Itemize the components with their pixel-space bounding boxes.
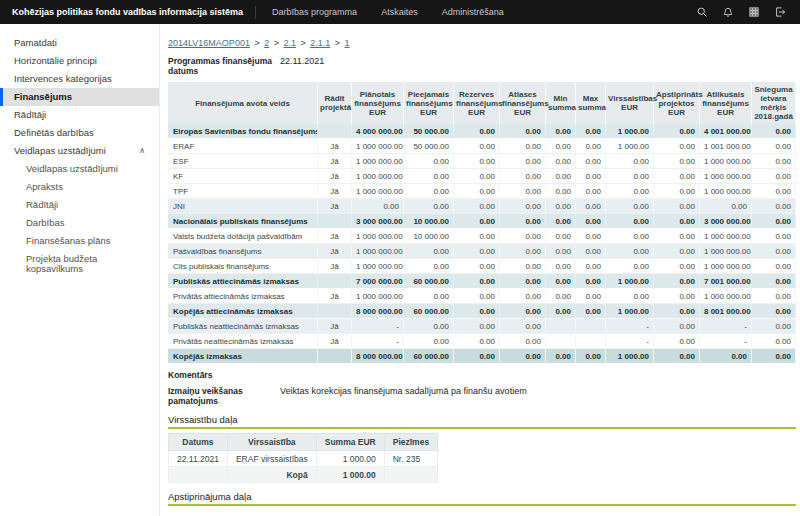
amount-cell: 0.00: [500, 289, 546, 304]
overcommitment-table: DatumsVirssaistībaSumma EURPiezīmes 22.1…: [168, 433, 438, 483]
amount-cell: -: [352, 319, 404, 334]
breadcrumb-link[interactable]: 2: [264, 38, 269, 48]
amount-cell: 0.00: [576, 199, 606, 214]
breadcrumb-link[interactable]: 2014LV16MAOP001: [168, 38, 250, 48]
sidebar-item-horizont-lie-principi[interactable]: Horizontālie principi: [0, 52, 159, 70]
notifications-icon[interactable]: [722, 6, 734, 18]
amount-cell: 0.00: [576, 259, 606, 274]
breadcrumb-link[interactable]: 2.1.1: [310, 38, 330, 48]
sidebar-subitem-r-d-t-ji[interactable]: Rādītāji: [0, 196, 159, 214]
breadcrumb-separator: >: [298, 38, 308, 48]
sidebar-subitem-finans-anas-pl-ns[interactable]: Finansēšanas plāns: [0, 232, 159, 250]
amount-cell: 1 000 000.00: [700, 169, 752, 184]
amount-cell: 0.00: [654, 169, 700, 184]
amount-cell: 0.00: [654, 199, 700, 214]
program-date-label: Programmas finansējuma datums: [168, 56, 280, 76]
show-in-project-cell: [318, 349, 352, 364]
logout-icon[interactable]: [774, 6, 786, 18]
amount-cell: 1 000 000.00: [352, 184, 404, 199]
amount-cell: 0.00: [576, 244, 606, 259]
amount-cell: 0.00: [454, 199, 500, 214]
amount-cell: 0.00: [606, 184, 654, 199]
total-value-cell: 1 000.00: [316, 467, 384, 483]
cell: 22.11.2021: [169, 451, 228, 467]
sidebar-subitem-darb-bas[interactable]: Darbības: [0, 214, 159, 232]
app-switcher-icon[interactable]: [748, 6, 760, 18]
show-in-project-cell: [318, 304, 352, 319]
amount-cell: 1 000 000.00: [352, 289, 404, 304]
sidebar-item-intervences-kategorijas[interactable]: Intervences kategorijas: [0, 70, 159, 88]
main-content: 2014LV16MAOP001 > 2 > 2.1 > 2.1.1 > 1 Pr…: [160, 24, 800, 516]
amount-cell: 0.00: [606, 259, 654, 274]
amount-cell: 0.00: [546, 304, 576, 319]
amount-cell: 0.00: [752, 319, 796, 334]
sidebar-item-veidlapas-uzst-d-jumi[interactable]: Veidlapas uzstādījumi∧: [0, 142, 159, 160]
amount-cell: 0.00: [606, 169, 654, 184]
topnav-administr-ana[interactable]: Administrēšana: [442, 7, 504, 17]
amount-cell: 1 000 000.00: [700, 289, 752, 304]
amount-cell: 0.00: [546, 229, 576, 244]
funding-source-cell: Privātās neattiecināmās izmaksas: [168, 334, 318, 349]
amount-cell: 0.00: [576, 289, 606, 304]
amount-cell: 0.00: [576, 229, 606, 244]
amount-cell: 0.00: [500, 274, 546, 289]
amount-cell: -: [700, 319, 752, 334]
column-header: Min summa: [546, 82, 576, 124]
amount-cell: 0.00: [606, 229, 654, 244]
finance-table: Finansējuma avota veidsRādīt projektāPlā…: [168, 82, 796, 364]
sidebar-item-label: Horizontālie principi: [14, 56, 97, 66]
amount-cell: 0.00: [404, 259, 454, 274]
sidebar-item-defin-t-s-darb-bas[interactable]: Definētās darbības: [0, 124, 159, 142]
table-row: Publiskās attiecināmās izmaksas7 000 000…: [168, 274, 796, 289]
amount-cell: 0.00: [454, 334, 500, 349]
sidebar-item-pamatdati[interactable]: Pamatdati: [0, 34, 159, 52]
amount-cell: 10 000.00: [404, 229, 454, 244]
chevron-up-icon[interactable]: ∧: [139, 146, 149, 156]
funding-source-cell: Publiskās attiecināmās izmaksas: [168, 274, 318, 289]
amount-cell: 0.00: [454, 244, 500, 259]
justification-value: Veiktas korekcijas finansējuma sadalījum…: [280, 386, 527, 406]
sidebar-subitem-apraksts[interactable]: Apraksts: [0, 178, 159, 196]
show-in-project-cell: [318, 124, 352, 139]
show-in-project-cell: Jā: [318, 229, 352, 244]
search-icon[interactable]: [696, 6, 708, 18]
show-in-project-cell: Jā: [318, 334, 352, 349]
table-row: Privātās attiecināmās izmaksasJā1 000 00…: [168, 289, 796, 304]
show-in-project-cell: Jā: [318, 319, 352, 334]
amount-cell: 0.00: [606, 154, 654, 169]
amount-cell: 0.00: [404, 154, 454, 169]
sidebar-subitem-veidlapas-uzst-d-jumi[interactable]: Veidlapas uzstādījumi: [0, 160, 159, 178]
amount-cell: 0.00: [752, 154, 796, 169]
amount-cell: 0.00: [454, 154, 500, 169]
show-in-project-cell: Jā: [318, 139, 352, 154]
amount-cell: 0.00: [752, 214, 796, 229]
amount-cell: 0.00: [606, 199, 654, 214]
sidebar-item-label: Rādītāji: [14, 110, 46, 120]
amount-cell: -: [606, 319, 654, 334]
sidebar-subitem-projekta-bud-eta-kopsavilkums[interactable]: Projekta budžeta kopsavilkums: [0, 250, 159, 278]
table-row: ERAFJā1 000 000.0050 000.000.000.000.000…: [168, 139, 796, 154]
amount-cell: 0.00: [500, 244, 546, 259]
sidebar-item-label: Finansējums: [14, 92, 72, 102]
funding-source-cell: Privātās attiecināmās izmaksas: [168, 289, 318, 304]
amount-cell: 0.00: [654, 304, 700, 319]
overcommitment-section-title: Virssaistību daļa: [168, 414, 796, 425]
table-row: Publiskās neattiecināmās izmaksasJā-0.00…: [168, 319, 796, 334]
topnav-atskaites[interactable]: Atskaites: [381, 7, 418, 17]
funding-source-cell: Valsts budžeta dotācija pašvaldībām: [168, 229, 318, 244]
amount-cell: 0.00: [606, 244, 654, 259]
amount-cell: 0.00: [500, 319, 546, 334]
column-header: Finansējuma avota veids: [168, 82, 318, 124]
breadcrumb-link[interactable]: 2.1: [283, 38, 296, 48]
sidebar-item-finans-jums[interactable]: Finansējums: [0, 88, 159, 106]
amount-cell: 0.00: [576, 274, 606, 289]
funding-source-cell: ERAF: [168, 139, 318, 154]
amount-cell: 0.00: [654, 124, 700, 139]
show-in-project-cell: [318, 214, 352, 229]
breadcrumb-link[interactable]: 1: [345, 38, 350, 48]
amount-cell: 60 000.00: [404, 274, 454, 289]
sidebar-item-r-d-t-ji[interactable]: Rādītāji: [0, 106, 159, 124]
amount-cell: 1 000 000.00: [700, 154, 752, 169]
topnav-darb-bas-programma[interactable]: Darbības programma: [272, 7, 357, 17]
amount-cell: 7 001 000.00: [700, 274, 752, 289]
